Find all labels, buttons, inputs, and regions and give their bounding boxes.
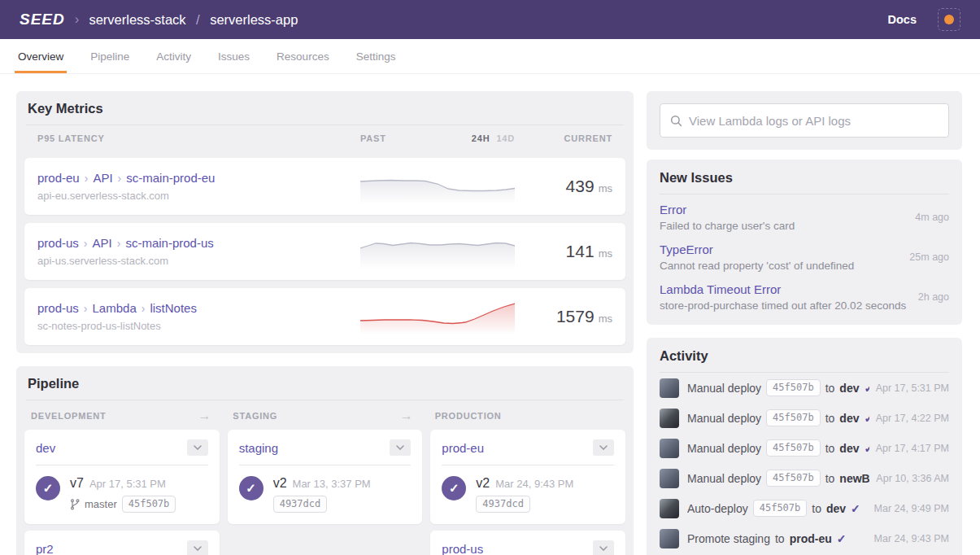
- metric-env-link[interactable]: prod-us: [37, 236, 79, 250]
- issue-time: 4m ago: [915, 212, 949, 223]
- avatar: [660, 439, 679, 458]
- new-issues-title: New Issues: [660, 160, 949, 194]
- crumb-chevron-icon: ›: [117, 237, 121, 250]
- stage-name-link[interactable]: pr2: [36, 542, 54, 555]
- logs-search-panel: [647, 91, 962, 150]
- stage-select-button[interactable]: [593, 540, 614, 555]
- activity-time: Apr 17, 4:22 PM: [876, 413, 949, 424]
- seed-logo[interactable]: SEED: [20, 11, 65, 28]
- stage-select-button[interactable]: [187, 540, 208, 555]
- commit-hash-badge[interactable]: 45f507b: [766, 439, 821, 457]
- metric-subtitle: sc-notes-prod-us-listNotes: [37, 320, 360, 332]
- activity-time: Mar 24, 9:49 PM: [874, 503, 949, 514]
- stage-name-link[interactable]: dev: [36, 441, 55, 455]
- build-date: Mar 24, 9:43 PM: [495, 478, 573, 490]
- logs-search-box[interactable]: [660, 103, 949, 138]
- issue-title-link[interactable]: Error: [660, 203, 686, 216]
- git-branch-icon: [70, 499, 80, 510]
- stage-card-prod-us: prod-us: [430, 531, 625, 555]
- metric-column-label: P95 LATENCY: [37, 133, 360, 143]
- activity-panel: Activity Manual deploy 45f507b to dev ✓ …: [647, 338, 962, 555]
- chevron-down-icon: [194, 546, 202, 551]
- issue-title-link[interactable]: Lambda Timeout Error: [660, 282, 781, 296]
- stage-select-button[interactable]: [390, 439, 411, 456]
- metric-type-link[interactable]: API: [93, 236, 112, 250]
- metric-env-link[interactable]: prod-eu: [37, 171, 80, 185]
- metric-name-link[interactable]: sc-main-prod-us: [125, 236, 213, 250]
- commit-hash-badge[interactable]: 45f507b: [753, 500, 808, 517]
- stage-name-link[interactable]: prod-eu: [442, 441, 484, 455]
- build-version[interactable]: v7: [70, 476, 84, 490]
- metric-unit: ms: [599, 182, 612, 194]
- success-check-icon: ✓: [864, 442, 869, 455]
- activity-target: dev: [839, 442, 859, 455]
- crumb-chevron-icon: ›: [84, 237, 88, 250]
- activity-target: dev: [839, 412, 859, 425]
- activity-action: Auto-deploy: [687, 502, 748, 515]
- crumb-chevron-icon: ›: [84, 302, 88, 315]
- crumb-chevron-icon: ›: [142, 302, 146, 315]
- metric-env-link[interactable]: prod-us: [37, 301, 79, 315]
- pipeline-panel: Pipeline DEVELOPMENT→ STAGING→ PRODUCTIO…: [16, 366, 634, 555]
- stage-select-button[interactable]: [593, 439, 614, 456]
- stage-label-development: DEVELOPMENT: [31, 411, 107, 421]
- stage-name-link[interactable]: prod-us: [442, 542, 483, 555]
- activity-action: Manual deploy: [687, 382, 761, 395]
- activity-item: Manual deploy 45f507b to newBrar × Apr 1…: [660, 463, 949, 493]
- issue-time: 25m ago: [909, 251, 949, 263]
- tab-overview[interactable]: Overview: [16, 39, 65, 73]
- commit-hash-badge[interactable]: 4937dcd: [273, 496, 328, 513]
- commit-hash-badge[interactable]: 4937dcd: [476, 496, 530, 513]
- logs-search-input[interactable]: [689, 114, 939, 128]
- avatar: [660, 499, 679, 518]
- tab-issues[interactable]: Issues: [216, 39, 251, 73]
- activity-item: Auto-deploy 45f507b to dev ✓ Mar 24, 9:4…: [660, 493, 949, 523]
- activity-action: Manual deploy: [687, 472, 761, 485]
- commit-hash-badge[interactable]: 45f507b: [766, 470, 821, 487]
- stage-select-button[interactable]: [187, 439, 208, 456]
- activity-time: Apr 10, 3:36 AM: [876, 473, 949, 484]
- chevron-down-icon: [599, 546, 608, 551]
- tab-activity[interactable]: Activity: [155, 39, 193, 73]
- metric-value: 439: [566, 177, 595, 195]
- activity-to: to: [825, 412, 835, 425]
- build-version[interactable]: v2: [273, 476, 287, 490]
- tab-pipeline[interactable]: Pipeline: [89, 39, 131, 73]
- new-issues-panel: New Issues Error Failed to charge user's…: [647, 160, 962, 325]
- tab-resources[interactable]: Resources: [275, 39, 331, 73]
- user-menu-button[interactable]: [938, 8, 960, 31]
- issue-item: TypeError Cannot read property 'cost' of…: [660, 234, 949, 274]
- metric-name-link[interactable]: sc-main-prod-eu: [126, 171, 215, 185]
- range-14d-toggle[interactable]: 14D: [496, 133, 515, 143]
- metric-value: 141: [566, 242, 595, 260]
- success-check-icon: ✓: [864, 412, 869, 425]
- stage-name-link[interactable]: staging: [239, 441, 278, 455]
- commit-hash-badge[interactable]: 45f507b: [122, 496, 176, 513]
- breadcrumb-org[interactable]: serverless-stack: [89, 12, 185, 27]
- avatar: [660, 529, 679, 548]
- metric-type-link[interactable]: API: [93, 171, 112, 185]
- deploy-success-icon: ✓: [239, 476, 264, 500]
- pipeline-title: Pipeline: [28, 376, 79, 391]
- range-toggle: 24H 14D: [472, 133, 515, 143]
- key-metrics-panel: Key Metrics P95 LATENCY PAST 24H 14D CUR…: [16, 91, 634, 353]
- docs-link[interactable]: Docs: [888, 13, 917, 26]
- issue-title-link[interactable]: TypeError: [660, 243, 713, 256]
- metric-type-link[interactable]: Lambda: [93, 301, 137, 315]
- range-24h-toggle[interactable]: 24H: [472, 133, 490, 143]
- metric-unit: ms: [599, 247, 612, 260]
- stage-card-dev: dev ✓ v7Apr 17, 5:31 PM master: [24, 430, 220, 524]
- commit-hash-badge[interactable]: 45f507b: [766, 379, 821, 396]
- activity-to: to: [775, 532, 785, 545]
- activity-time: Apr 17, 5:31 PM: [876, 382, 949, 394]
- success-check-icon: ✓: [864, 382, 869, 395]
- commit-hash-badge[interactable]: 45f507b: [766, 409, 821, 426]
- metric-name-link[interactable]: listNotes: [150, 301, 197, 315]
- stage-label-staging: STAGING: [233, 411, 277, 421]
- breadcrumb-app[interactable]: serverless-app: [210, 12, 298, 27]
- crumb-chevron-icon: ›: [118, 172, 122, 185]
- stage-arrow-icon: →: [400, 409, 414, 423]
- activity-to: to: [825, 442, 835, 455]
- build-version[interactable]: v2: [476, 476, 490, 490]
- tab-settings[interactable]: Settings: [355, 39, 398, 73]
